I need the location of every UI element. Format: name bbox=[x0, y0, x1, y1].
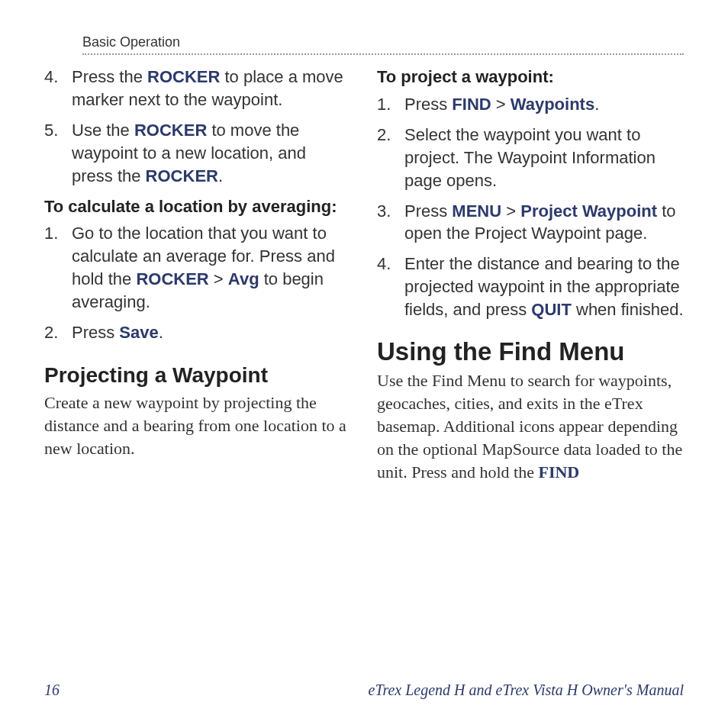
manual-title: eTrex Legend H and eTrex Vista H Owner's… bbox=[369, 681, 685, 699]
find-menu-body: Use the Find Menu to search for waypoint… bbox=[377, 369, 684, 484]
list-item: 5. Use the ROCKER to move the waypoint t… bbox=[44, 119, 351, 188]
keyword-project-waypoint: Project Waypoint bbox=[520, 201, 657, 221]
running-header: Basic Operation bbox=[82, 34, 684, 55]
heading-using-find-menu: Using the Find Menu bbox=[377, 335, 684, 369]
separator: > bbox=[501, 201, 520, 221]
content-columns: 4. Press the ROCKER to place a move mark… bbox=[44, 66, 684, 675]
step-number: 1. bbox=[377, 93, 391, 116]
keyword-menu: MENU bbox=[452, 201, 501, 221]
step-text: . bbox=[159, 323, 163, 342]
step-number: 1. bbox=[44, 222, 58, 245]
keyword-rocker: ROCKER bbox=[147, 67, 220, 86]
list-item: 1. Press FIND > Waypoints. bbox=[377, 93, 684, 116]
step-number: 3. bbox=[377, 200, 391, 223]
step-number: 4. bbox=[377, 253, 391, 275]
heading-projecting-waypoint: Projecting a Waypoint bbox=[44, 361, 351, 390]
list-item: 4. Enter the distance and bearing to the… bbox=[377, 253, 684, 321]
keyword-find: FIND bbox=[452, 95, 491, 114]
page: Basic Operation 4. Press the ROCKER to p… bbox=[0, 0, 728, 728]
step-text: Press the bbox=[72, 67, 147, 86]
keyword-rocker: ROCKER bbox=[146, 166, 218, 185]
step-text: Press bbox=[404, 201, 452, 221]
keyword-rocker: ROCKER bbox=[136, 269, 208, 288]
list-item: 2. Select the waypoint you want to proje… bbox=[377, 124, 684, 192]
step-text: . bbox=[218, 166, 223, 185]
list-item: 3. Press MENU > Project Waypoint to open… bbox=[377, 200, 684, 246]
keyword-save: Save bbox=[119, 323, 158, 342]
keyword-waypoints: Waypoints bbox=[511, 95, 594, 114]
step-text: Use the bbox=[72, 121, 134, 140]
step-text: when finished. bbox=[572, 300, 684, 319]
separator: > bbox=[209, 269, 228, 288]
separator: > bbox=[491, 95, 511, 114]
right-column: To project a waypoint: 1. Press FIND > W… bbox=[377, 66, 684, 675]
step-text: Select the waypoint you want to project.… bbox=[404, 125, 656, 190]
step-number: 5. bbox=[44, 119, 58, 142]
left-column: 4. Press the ROCKER to place a move mark… bbox=[44, 66, 351, 675]
step-number: 4. bbox=[44, 66, 58, 89]
keyword-avg: Avg bbox=[228, 269, 259, 288]
body-text: Use the Find Menu to search for waypoint… bbox=[377, 371, 682, 482]
keyword-rocker: ROCKER bbox=[134, 121, 207, 140]
step-text: Press bbox=[72, 323, 119, 342]
move-waypoint-steps: 4. Press the ROCKER to place a move mark… bbox=[44, 66, 351, 188]
page-footer: 16 eTrex Legend H and eTrex Vista H Owne… bbox=[44, 675, 684, 699]
step-number: 2. bbox=[44, 321, 58, 344]
project-steps: 1. Press FIND > Waypoints. 2. Select the… bbox=[377, 93, 684, 321]
list-item: 1. Go to the location that you want to c… bbox=[44, 222, 351, 314]
projecting-body: Create a new waypoint by projecting the … bbox=[44, 391, 351, 460]
step-text: Press bbox=[404, 95, 452, 114]
subheading-to-project: To project a waypoint: bbox=[377, 66, 684, 89]
keyword-quit: QUIT bbox=[531, 300, 572, 319]
keyword-find: FIND bbox=[538, 462, 579, 482]
avg-steps: 1. Go to the location that you want to c… bbox=[44, 222, 351, 344]
step-number: 2. bbox=[377, 124, 391, 147]
page-number: 16 bbox=[44, 681, 60, 699]
step-text: . bbox=[594, 95, 599, 114]
list-item: 2. Press Save. bbox=[44, 321, 351, 344]
subheading-calc-avg: To calculate a location by averaging: bbox=[44, 195, 351, 218]
list-item: 4. Press the ROCKER to place a move mark… bbox=[44, 66, 351, 111]
